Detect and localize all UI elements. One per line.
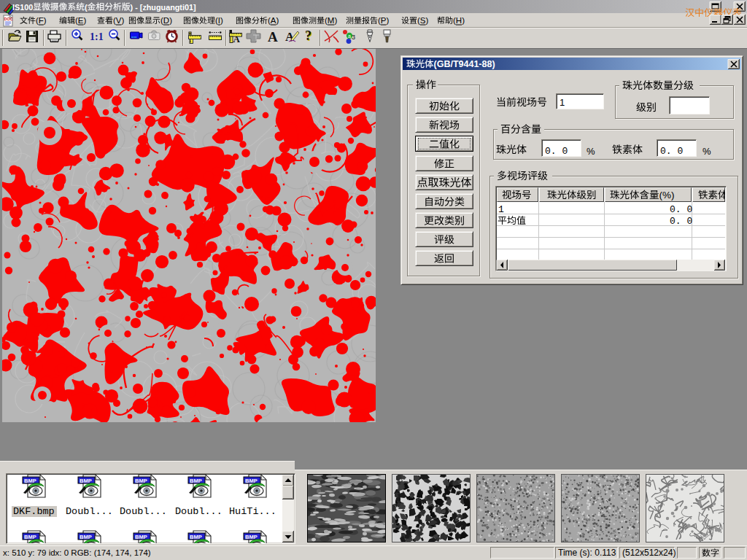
svg-text:BMP: BMP — [24, 534, 36, 540]
svg-text:Time (s): 0.113: Time (s): 0.113 — [558, 548, 616, 558]
svg-text:(I): (I) — [215, 16, 223, 25]
svg-text:Doubl...: Doubl... — [66, 506, 113, 517]
svg-text:(V): (V) — [113, 16, 125, 25]
svg-text:(GB/T9441-88): (GB/T9441-88) — [434, 59, 495, 69]
svg-text:BMP: BMP — [135, 478, 147, 484]
svg-text:%: % — [703, 146, 711, 157]
svg-text:IS100: IS100 — [12, 3, 33, 12]
svg-text:(A): (A) — [268, 16, 279, 25]
svg-text:) - [zhuguangti01]: ) - [zhuguangti01] — [131, 3, 196, 12]
svg-text:0. 0: 0. 0 — [670, 216, 692, 227]
svg-text:(F): (F) — [36, 16, 47, 25]
svg-text:Doubl...: Doubl... — [120, 506, 167, 517]
svg-text:%: % — [587, 146, 595, 157]
svg-text:1:1: 1:1 — [90, 31, 104, 42]
svg-text:?: ? — [305, 28, 311, 43]
svg-text:(E): (E) — [75, 16, 87, 25]
svg-text:BMP: BMP — [190, 534, 202, 540]
svg-text:BMP: BMP — [245, 534, 258, 540]
svg-text:(%): (%) — [659, 190, 675, 201]
svg-text:DKF.bmp: DKF.bmp — [13, 506, 55, 517]
svg-text:(H): (H) — [453, 16, 465, 25]
svg-text:a: a — [348, 34, 351, 39]
svg-text:(S): (S) — [417, 16, 429, 25]
svg-text:HuiTi...: HuiTi... — [229, 506, 276, 517]
svg-text:(P): (P) — [378, 16, 390, 25]
svg-text:(D): (D) — [160, 16, 172, 25]
svg-text:3: 3 — [352, 34, 355, 41]
svg-text:0. 0: 0. 0 — [660, 146, 683, 157]
svg-text:A: A — [268, 29, 278, 44]
svg-text:DOC: DOC — [4, 17, 13, 21]
svg-text:(512x512x24): (512x512x24) — [622, 548, 676, 558]
svg-text:(M): (M) — [325, 16, 337, 25]
svg-text:BMP: BMP — [245, 478, 258, 484]
svg-text:1: 1 — [498, 204, 504, 215]
svg-text:BMP: BMP — [135, 534, 147, 540]
svg-text:x: 510 y: 79 idx: 0 RGB: (17: x: 510 y: 79 idx: 0 RGB: (174, 174, 174) — [3, 548, 151, 557]
svg-text:1: 1 — [560, 97, 565, 108]
svg-text:BMP: BMP — [190, 478, 202, 484]
svg-text:A: A — [233, 34, 241, 44]
svg-text:0. 0: 0. 0 — [670, 204, 692, 215]
svg-text:0. 0: 0. 0 — [545, 146, 568, 157]
svg-text:BMP: BMP — [80, 534, 92, 540]
svg-text:(: ( — [85, 3, 88, 12]
svg-text:BMP: BMP — [24, 478, 36, 484]
svg-text:BMP: BMP — [80, 478, 92, 484]
svg-text:Doubl...: Doubl... — [175, 506, 222, 517]
